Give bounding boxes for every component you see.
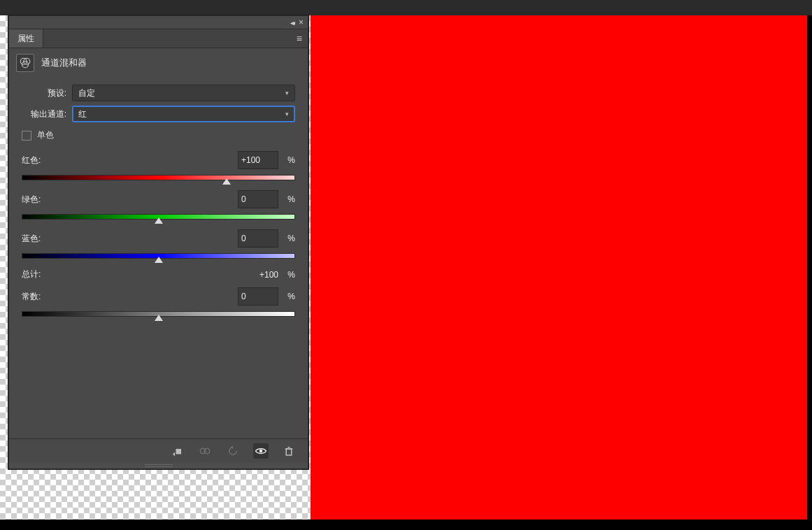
monochrome-label: 单色: [37, 129, 54, 141]
red-slider-block: 红色: %: [22, 151, 295, 180]
total-unit: %: [278, 270, 295, 280]
green-input[interactable]: [238, 190, 278, 208]
constant-unit: %: [278, 292, 295, 301]
panel-titlebar: ◂◂ ×: [9, 16, 308, 29]
output-channel-row: 输出通道: 红 ▾: [22, 106, 295, 122]
adjustment-header: 通道混和器: [9, 48, 308, 78]
preset-select[interactable]: 自定 ▾: [72, 85, 295, 101]
total-row: 总计: +100 %: [22, 268, 295, 280]
green-unit: %: [278, 194, 295, 204]
panel-footer: [9, 438, 308, 463]
app-bottombar: [0, 520, 812, 530]
constant-input[interactable]: [238, 287, 278, 306]
svg-rect-7: [286, 449, 292, 455]
green-slider-track[interactable]: [22, 214, 295, 220]
properties-panel: ◂◂ × 属性 ≡ 通道混和器 预设: 自定 ▾ 输出通道:: [8, 15, 308, 469]
total-value: +100: [259, 270, 278, 280]
blue-slider-track[interactable]: [22, 253, 295, 259]
svg-point-6: [259, 450, 263, 453]
constant-slider-thumb[interactable]: [155, 315, 163, 321]
svg-rect-3: [176, 449, 182, 454]
preset-row: 预设: 自定 ▾: [22, 85, 295, 101]
chevron-down-icon: ▾: [285, 110, 289, 117]
close-icon[interactable]: ×: [299, 17, 304, 27]
tab-properties[interactable]: 属性: [9, 29, 43, 48]
red-unit: %: [278, 155, 295, 165]
constant-slider-track[interactable]: [22, 311, 295, 317]
blue-slider-thumb[interactable]: [155, 257, 163, 263]
red-input[interactable]: [238, 151, 278, 169]
preset-value: 自定: [78, 87, 95, 99]
trash-icon[interactable]: [281, 443, 297, 459]
visibility-icon[interactable]: [253, 443, 269, 459]
blue-input[interactable]: [238, 229, 278, 248]
output-channel-label: 输出通道:: [22, 108, 72, 120]
channel-mixer-icon: [16, 54, 34, 72]
workspace: ◂◂ × 属性 ≡ 通道混和器 预设: 自定 ▾ 输出通道:: [0, 15, 812, 520]
output-channel-select[interactable]: 红 ▾: [72, 106, 295, 122]
green-slider-block: 绿色: %: [22, 190, 295, 220]
red-label: 红色:: [22, 155, 238, 166]
blue-unit: %: [278, 234, 295, 243]
chevron-down-icon: ▾: [285, 89, 289, 96]
app-topbar: [0, 0, 812, 15]
clip-to-layer-icon[interactable]: [169, 443, 185, 459]
red-slider-track[interactable]: [22, 175, 295, 180]
monochrome-row: 单色: [22, 129, 295, 141]
view-previous-icon[interactable]: [197, 443, 213, 459]
panel-resize-grip[interactable]: [9, 463, 308, 468]
blue-slider-block: 蓝色: %: [22, 229, 295, 259]
output-channel-value: 红: [78, 108, 87, 120]
reset-icon[interactable]: [225, 443, 241, 459]
collapse-icon[interactable]: ◂◂: [290, 19, 293, 27]
constant-slider-block: 常数: %: [22, 287, 295, 317]
green-label: 绿色:: [22, 194, 238, 206]
constant-label: 常数:: [22, 291, 238, 303]
monochrome-checkbox[interactable]: [22, 131, 31, 141]
green-slider-thumb[interactable]: [155, 217, 163, 224]
panel-tabs: 属性 ≡: [9, 29, 308, 48]
blue-label: 蓝色:: [22, 233, 238, 245]
preset-label: 预设:: [22, 87, 72, 99]
panel-menu-icon[interactable]: ≡: [291, 29, 308, 48]
canvas-fill[interactable]: [311, 15, 807, 520]
total-label: 总计:: [22, 268, 259, 280]
adjustment-title: 通道混和器: [41, 57, 87, 69]
red-slider-thumb[interactable]: [222, 178, 231, 185]
panel-body: 预设: 自定 ▾ 输出通道: 红 ▾ 单色 红色:: [9, 78, 308, 438]
